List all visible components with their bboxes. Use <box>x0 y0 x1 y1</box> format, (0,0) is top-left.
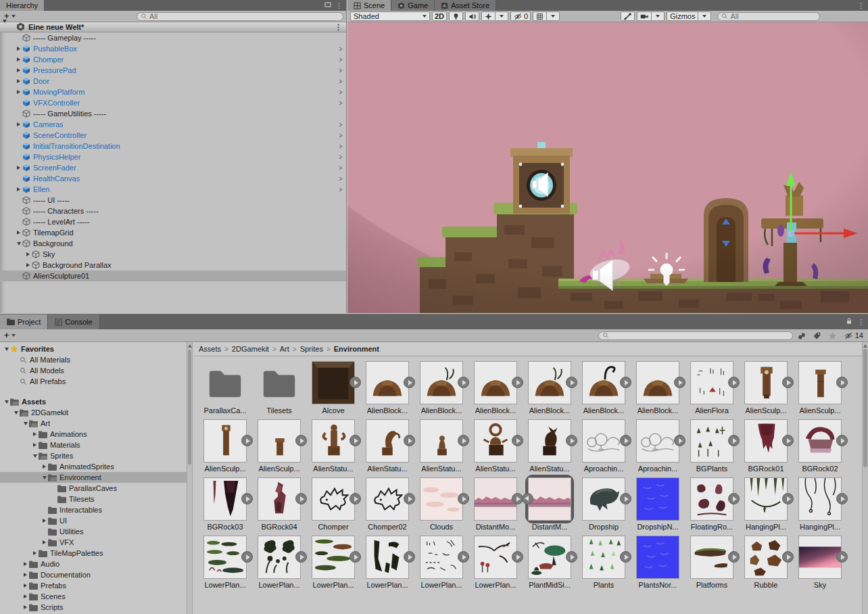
hierarchy-item[interactable]: ----- Characters ----- <box>0 206 346 216</box>
expand-sprite-arrow-icon[interactable] <box>674 435 685 446</box>
expand-arrow-icon[interactable] <box>15 57 22 62</box>
scene-menu-icon[interactable]: ⋮ <box>335 24 342 31</box>
asset-thumbnail[interactable] <box>528 419 571 463</box>
expand-arrow-icon[interactable] <box>15 122 22 126</box>
expand-arrow-icon[interactable] <box>12 411 20 415</box>
asset-thumbnail[interactable] <box>636 477 679 521</box>
asset-thumbnail[interactable] <box>582 536 625 579</box>
expand-sprite-arrow-icon[interactable] <box>620 551 631 563</box>
tree-item-animations[interactable]: Animations <box>0 429 187 440</box>
asset-item[interactable]: AlienStatu... <box>416 419 467 473</box>
asset-item[interactable]: Aproachin... <box>578 419 629 473</box>
expand-sprite-arrow-icon[interactable] <box>349 377 361 388</box>
expand-arrow-icon[interactable] <box>41 540 48 544</box>
scene-visibility-toggle[interactable]: 0 <box>510 11 531 21</box>
asset-item[interactable]: Tilesets <box>254 361 305 415</box>
tree-item-environment[interactable]: Environment <box>0 472 187 483</box>
hierarchy-item[interactable]: Chomper> <box>0 54 346 65</box>
tree-item-tilemappalettes[interactable]: TileMapPalettes <box>0 548 187 559</box>
asset-thumbnail[interactable] <box>203 536 247 579</box>
scene-search-input[interactable]: All <box>717 12 820 21</box>
asset-item[interactable]: AlienBlock... <box>632 361 683 415</box>
asset-thumbnail[interactable] <box>528 361 571 404</box>
tree-item-2dgamekit[interactable]: 2DGamekit <box>0 407 187 418</box>
asset-item[interactable]: BGPlants <box>686 419 738 473</box>
search-by-type-button[interactable] <box>795 331 809 340</box>
expand-sprite-arrow-icon[interactable] <box>728 493 740 504</box>
tree-item-prefabs[interactable]: Prefabs <box>0 580 187 591</box>
expand-sprite-arrow-icon[interactable] <box>458 377 469 388</box>
tree-item-utilities[interactable]: Utilities <box>0 526 187 537</box>
tree-item-parallaxcaves[interactable]: ParallaxCaves <box>0 483 187 494</box>
asset-item[interactable]: AlienSculp... <box>254 419 305 473</box>
asset-item[interactable]: LowerPlan... <box>416 536 467 589</box>
expand-sprite-arrow-icon[interactable] <box>566 435 577 446</box>
tree-item-all-prefabs[interactable]: All Prefabs <box>0 376 187 387</box>
tree-item-scripts[interactable]: Scripts <box>0 602 187 613</box>
hierarchy-item[interactable]: ----- GameUtilities ----- <box>0 108 346 119</box>
hierarchy-item[interactable]: VFXController> <box>0 97 346 108</box>
asset-thumbnail[interactable] <box>690 361 733 404</box>
asset-item[interactable]: LowerPlan... <box>199 536 251 589</box>
breadcrumb-2dgamekit[interactable]: 2DGamekit <box>232 345 269 353</box>
asset-item[interactable]: AlienSculp... <box>199 419 251 473</box>
prefab-chevron-icon[interactable]: > <box>339 89 343 96</box>
expand-arrow-icon[interactable] <box>22 594 29 598</box>
expand-arrow-icon[interactable] <box>3 348 10 351</box>
expand-sprite-arrow-icon[interactable] <box>566 377 577 388</box>
scene-audio-toggle[interactable] <box>465 11 479 21</box>
asset-folder-icon[interactable] <box>203 361 247 404</box>
tab-hierarchy[interactable]: Hierarchy <box>0 0 45 11</box>
expand-arrow-icon[interactable] <box>3 400 10 404</box>
prefab-chevron-icon[interactable]: > <box>339 121 343 128</box>
expand-arrow-icon[interactable] <box>15 242 22 245</box>
asset-item[interactable]: LowerPlan... <box>362 536 413 589</box>
expand-arrow-icon[interactable] <box>31 551 39 555</box>
asset-thumbnail[interactable] <box>312 419 355 463</box>
asset-thumbnail[interactable] <box>258 536 301 579</box>
asset-item[interactable]: LowerPlan... <box>308 536 359 589</box>
expand-sprite-arrow-icon[interactable] <box>349 435 361 446</box>
expand-sprite-arrow-icon[interactable] <box>349 493 361 504</box>
tab-game[interactable]: Game <box>391 0 435 11</box>
expand-sprite-arrow-icon[interactable] <box>782 435 794 446</box>
asset-thumbnail[interactable] <box>474 477 517 521</box>
expand-sprite-arrow-icon[interactable] <box>674 377 685 388</box>
breadcrumb-environment[interactable]: Environment <box>334 345 379 353</box>
expand-sprite-arrow-icon[interactable] <box>295 551 307 563</box>
expand-sprite-arrow-icon[interactable] <box>404 377 415 388</box>
asset-item[interactable]: DistantM... <box>524 477 575 531</box>
asset-item[interactable]: Clouds <box>416 477 467 531</box>
expand-sprite-arrow-icon[interactable] <box>241 493 253 504</box>
asset-item[interactable]: Aproachin... <box>632 419 683 473</box>
asset-thumbnail[interactable] <box>474 361 517 404</box>
hierarchy-add-button[interactable]: + <box>3 13 17 20</box>
asset-item[interactable]: Alcove <box>308 361 359 415</box>
favorites-filter-button[interactable] <box>826 331 840 340</box>
prefab-chevron-icon[interactable]: > <box>339 45 343 53</box>
scrollbar-thumb[interactable] <box>863 349 867 467</box>
prefab-chevron-icon[interactable]: > <box>339 132 343 139</box>
asset-thumbnail[interactable] <box>312 536 355 579</box>
expand-sprite-arrow-icon[interactable] <box>836 493 848 504</box>
asset-item[interactable]: DistantMo... <box>470 477 521 531</box>
hierarchy-item[interactable]: Background Parallax <box>0 260 346 270</box>
expand-sprite-arrow-icon[interactable] <box>458 435 469 446</box>
expand-sprite-arrow-icon[interactable] <box>512 377 523 388</box>
expand-sprite-arrow-icon[interactable] <box>782 377 794 388</box>
asset-thumbnail[interactable] <box>798 419 842 463</box>
prefab-chevron-icon[interactable]: > <box>339 186 343 193</box>
expand-arrow-icon[interactable] <box>31 443 39 447</box>
asset-thumbnail[interactable] <box>258 477 301 521</box>
tree-item-sprites[interactable]: Sprites <box>0 450 187 461</box>
asset-thumbnail[interactable] <box>420 536 463 579</box>
component-tools-button[interactable] <box>621 11 635 21</box>
expand-sprite-arrow-icon[interactable] <box>782 493 794 504</box>
asset-thumbnail[interactable] <box>420 361 463 404</box>
hierarchy-item[interactable]: PhysicsHelper> <box>0 151 346 162</box>
expand-arrow-icon[interactable] <box>22 573 29 577</box>
hierarchy-item[interactable]: Door> <box>0 76 346 87</box>
hierarchy-item[interactable]: InitialTransitionDestination> <box>0 141 346 151</box>
asset-thumbnail[interactable] <box>744 536 788 579</box>
asset-thumbnail[interactable] <box>420 419 463 463</box>
